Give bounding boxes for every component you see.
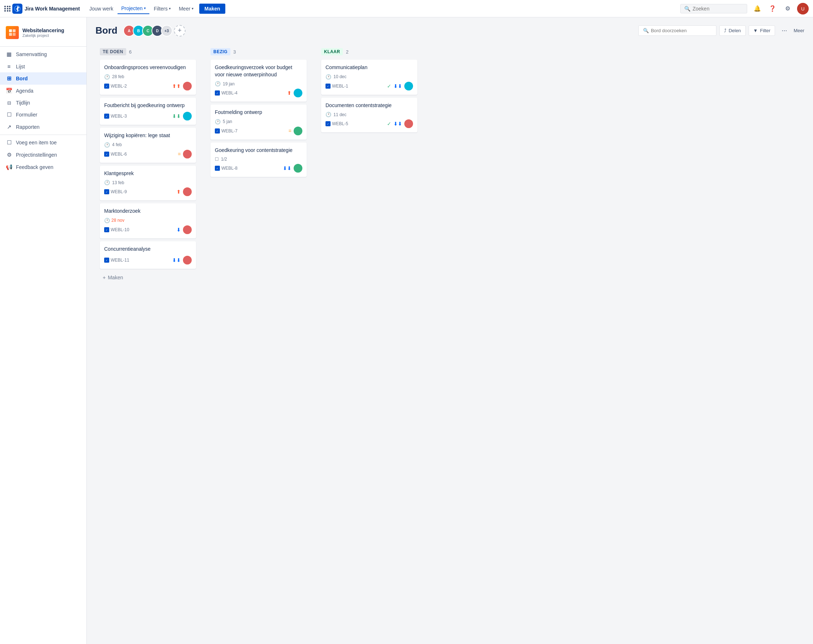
card-webl-4-avatar[interactable] [294, 89, 302, 97]
card-webl-7-id[interactable]: ✓ WEBL-7 [215, 129, 237, 133]
card-webl-6-id[interactable]: ✓ WEBL-6 [104, 152, 127, 156]
card-webl-2-avatar[interactable] [183, 82, 192, 90]
filter-button[interactable]: ▼ Filter [749, 25, 775, 36]
sidebar-item-tijdlijn[interactable]: ⊟ Tijdlijn [0, 97, 86, 109]
card-webl-5-id[interactable]: ✓ WEBL-5 [326, 121, 348, 126]
card-webl-1[interactable]: Communicatieplan 🕐 10 dec ✓ WEBL-1 [321, 60, 417, 95]
card-webl-3-avatar[interactable] [183, 112, 192, 121]
card-webl-8-avatar[interactable] [294, 164, 302, 173]
sidebar-item-agenda[interactable]: 📅 Agenda [0, 85, 86, 97]
nav-projecten[interactable]: Projecten ▾ [118, 3, 149, 14]
card-webl-8-id[interactable]: ✓ WEBL-8 [215, 166, 237, 171]
card-webl-9-right: ⬆ [176, 187, 192, 196]
card-webl-3-title: Foutbericht bij goedkeuring ontwerp [104, 102, 192, 109]
feedback-icon: 📢 [6, 164, 12, 170]
user-avatar[interactable]: U [797, 3, 808, 14]
board-avatar-more[interactable]: +3 [161, 25, 173, 37]
card-webl-3-id[interactable]: ✓ WEBL-3 [104, 113, 127, 119]
board-search[interactable]: 🔍 [638, 25, 717, 36]
card-webl-1-right: ✓ ⬇⬇ [387, 82, 413, 90]
card-webl-8[interactable]: Goedkeuring voor contentstrategie ☐ 1/2 … [210, 143, 307, 177]
card-webl-7-date: 🕐 5 jan [215, 119, 302, 124]
card-webl-7[interactable]: Foutmelding ontwerp 🕐 5 jan ✓ WEBL-7 [210, 104, 307, 140]
card-webl-11[interactable]: Concurrentieanalyse ✓ WEBL-11 ⬇⬇ [100, 241, 196, 269]
card-webl-5-avatar[interactable] [404, 120, 413, 128]
sidebar-item-rapporten[interactable]: ↗ Rapporten [0, 121, 86, 133]
priority-medium-icon-7: = [289, 128, 291, 134]
svg-point-32 [183, 256, 192, 264]
svg-point-41 [294, 164, 302, 173]
maken-button[interactable]: Maken [199, 4, 225, 14]
svg-text:D: D [156, 29, 159, 33]
card-webl-10-id[interactable]: ✓ WEBL-10 [104, 227, 129, 232]
topnav: Jira Work Management Jouw werk Projecten… [0, 0, 813, 17]
nav-meer[interactable]: Meer ▾ [175, 4, 197, 14]
card-webl-2[interactable]: Onboardingsproces vereenvoudigen 🕐 28 fe… [100, 60, 196, 95]
column-klaar-header: KLAAR 2 [321, 48, 417, 55]
search-input[interactable] [692, 6, 743, 12]
card-webl-2-id[interactable]: ✓ WEBL-2 [104, 84, 127, 89]
topnav-navigation: Jouw werk Projecten ▾ Filters ▾ Meer ▾ M… [86, 3, 225, 14]
card-webl-10[interactable]: Marktonderzoek 🕐 28 nov ✓ WEBL-10 [100, 203, 196, 238]
card-webl-5[interactable]: Documenten contentstrategie 🕐 11 dec ✓ W… [321, 98, 417, 133]
sidebar-item-lijst[interactable]: ≡ Lijst [0, 60, 86, 72]
card-webl-1-avatar[interactable] [404, 82, 413, 90]
agenda-icon: 📅 [6, 87, 12, 94]
notifications-icon[interactable]: 🔔 [752, 3, 763, 14]
card-webl-6[interactable]: Wijziging kopiëren: lege staat 🕐 4 feb ✓… [100, 128, 196, 163]
card-webl-11-avatar[interactable] [183, 256, 192, 264]
card-webl-9-avatar[interactable] [183, 187, 192, 196]
card-webl-8-footer: ✓ WEBL-8 ⬇⬇ [215, 164, 302, 173]
sidebar-item-samenvatting[interactable]: ▦ Samenvatting [0, 48, 86, 60]
sidebar-item-projectinstellingen[interactable]: ⚙ Projectinstellingen [0, 149, 86, 161]
nav-filters[interactable]: Filters ▾ [150, 4, 174, 14]
ticket-icon-11: ✓ [104, 258, 109, 263]
apps-grid-icon[interactable] [5, 6, 11, 12]
card-webl-6-avatar[interactable] [183, 150, 192, 158]
topnav-logo[interactable]: Jira Work Management [12, 4, 80, 14]
card-webl-3[interactable]: Foutbericht bij goedkeuring ontwerp ✓ WE… [100, 98, 196, 125]
add-member-button[interactable]: + [174, 25, 185, 37]
card-webl-4[interactable]: Goedkeuringsverzoek voor budget voor nie… [210, 60, 307, 102]
board-actions: 🔍 ⤴ Delen ▼ Filter ··· Meer [638, 25, 804, 37]
sidebar-item-formulier[interactable]: ☐ Formulier [0, 109, 86, 121]
create-card-te-doen[interactable]: + Maken [100, 272, 196, 283]
sidebar-divider-2 [0, 135, 86, 135]
svg-rect-4 [13, 29, 15, 32]
card-webl-7-right: = [289, 127, 302, 135]
card-webl-2-footer: ✓ WEBL-2 ⬆⬆ [104, 82, 192, 90]
sidebar-item-voeg-item[interactable]: ☐ Voeg een item toe [0, 136, 86, 149]
card-webl-6-right: = [178, 150, 192, 158]
svg-text:✓: ✓ [327, 85, 329, 87]
svg-rect-6 [13, 33, 15, 36]
sidebar-item-feedback[interactable]: 📢 Feedback geven [0, 161, 86, 173]
card-webl-9-footer: ✓ WEBL-9 ⬆ [104, 187, 192, 196]
column-bezig-header: BEZIG 3 [210, 48, 307, 55]
done-check-icon: ✓ [387, 83, 391, 89]
svg-point-23 [183, 150, 192, 158]
board-more-button[interactable]: ··· [778, 25, 791, 37]
priority-icon-9: ⬆ [176, 189, 181, 195]
svg-text:✓: ✓ [106, 228, 108, 231]
card-webl-1-id[interactable]: ✓ WEBL-1 [326, 84, 348, 89]
card-webl-2-date: 🕐 28 feb [104, 74, 192, 80]
card-webl-7-avatar[interactable] [294, 127, 302, 135]
nav-jouw-werk[interactable]: Jouw werk [86, 4, 117, 14]
card-webl-9[interactable]: Klantgesprek 🕐 13 feb ✓ WEBL-9 [100, 166, 196, 201]
clock-icon-9: 🕐 [104, 180, 110, 185]
settings-icon[interactable]: ⚙ [782, 3, 793, 14]
sidebar-item-bord[interactable]: ⊞ Bord [0, 72, 86, 85]
card-webl-10-avatar[interactable] [183, 225, 192, 234]
board-search-input[interactable] [651, 28, 712, 33]
topnav-search[interactable]: 🔍 [680, 4, 747, 14]
sidebar-project[interactable]: Websitelancering Zakelijk project [0, 23, 86, 45]
card-webl-6-title: Wijziging kopiëren: lege staat [104, 132, 192, 139]
svg-point-17 [183, 82, 192, 90]
card-webl-4-id[interactable]: ✓ WEBL-4 [215, 90, 237, 95]
column-te-doen: TE DOEN 6 Onboardingsproces vereenvoudig… [95, 44, 201, 288]
card-webl-11-id[interactable]: ✓ WEBL-11 [104, 258, 129, 263]
card-webl-9-id[interactable]: ✓ WEBL-9 [104, 189, 127, 194]
delen-button[interactable]: ⤴ Delen [719, 25, 746, 36]
help-icon[interactable]: ❓ [767, 3, 778, 14]
brand-name: Jira Work Management [24, 6, 80, 12]
